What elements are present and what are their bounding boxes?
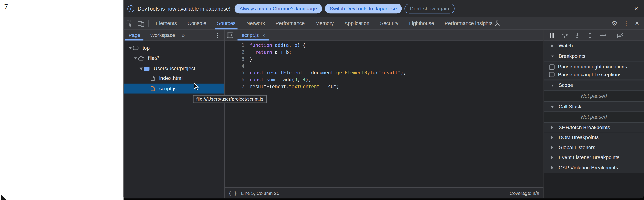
infobar: i DevTools is now available in Japanese!…	[124, 0, 644, 17]
step-icon[interactable]	[599, 33, 606, 37]
inspect-icon[interactable]	[124, 17, 135, 30]
navigator-tab-page[interactable]: Page	[124, 30, 145, 40]
folder-icon	[143, 66, 150, 71]
cursor-icon	[0, 193, 9, 200]
code-line-1: 1function add(a, b) {	[225, 42, 543, 49]
section-label: Watch	[558, 43, 573, 49]
infobar-close-icon[interactable]: ×	[634, 5, 638, 12]
match-language-button[interactable]: Always match Chrome's language	[234, 3, 322, 13]
tree-item-top[interactable]: top	[124, 43, 224, 53]
sidebar-empty-area	[544, 173, 644, 199]
tab-lighthouse[interactable]: Lighthouse	[404, 17, 440, 30]
pause-icon[interactable]	[548, 33, 555, 38]
tab-elements[interactable]: Elements	[150, 17, 182, 30]
section-xhr-fetch-breakpoints[interactable]: XHR/fetch Breakpoints	[544, 122, 644, 133]
section-call-stack[interactable]: Call Stack	[544, 101, 644, 111]
section-event-listener-breakpoints[interactable]: Event Listener Breakpoints	[544, 153, 644, 163]
tooltip-text: file:///Users/user/project/script.js	[196, 97, 263, 101]
editor-tab-script-js[interactable]: script.js ×	[238, 30, 269, 40]
frame-icon	[132, 46, 139, 50]
devtools-window: i DevTools is now available in Japanese!…	[124, 0, 644, 199]
section-global-listeners[interactable]: Global Listeners	[544, 142, 644, 153]
tab-memory[interactable]: Memory	[310, 17, 339, 30]
checkbox-row: Pause on uncaught exceptions	[544, 63, 644, 71]
section-label: XHR/fetch Breakpoints	[558, 125, 610, 131]
chevron-down-icon[interactable]	[550, 53, 554, 59]
devtools-close-icon[interactable]: ×	[632, 19, 642, 27]
cursor-position-label: Line 5, Column 25	[241, 191, 280, 196]
file-path-tooltip: file:///Users/user/project/script.js	[193, 95, 266, 103]
switch-to-japanese-button[interactable]: Switch DevTools to Japanese	[325, 3, 402, 13]
tab-close-icon[interactable]: ×	[262, 32, 265, 38]
tab-sources[interactable]: Sources	[212, 17, 241, 30]
tab-performance[interactable]: Performance	[270, 17, 310, 30]
step-into-icon[interactable]	[573, 32, 581, 38]
settings-gear-icon[interactable]: ⚙	[609, 19, 620, 27]
navigator-menu-icon[interactable]: ⋮	[211, 32, 224, 38]
section-scope[interactable]: Scope	[544, 80, 644, 90]
tree-item-file-[interactable]: file://	[124, 53, 224, 63]
chevron-down-icon[interactable]	[550, 83, 554, 88]
section-label: DOM Breakpoints	[558, 135, 599, 140]
flask-icon	[492, 20, 500, 26]
tree-item-users-user-project[interactable]: Users/user/project	[124, 63, 224, 73]
chevron-right-icon[interactable]	[550, 126, 554, 129]
expander-icon[interactable]	[128, 45, 132, 51]
navigator-tab-workspace[interactable]: Workspace	[145, 30, 180, 40]
expander-icon[interactable]	[139, 65, 143, 71]
tab-security[interactable]: Security	[375, 17, 404, 30]
code-text: function add(a, b) {	[250, 43, 306, 48]
chevron-right-icon[interactable]	[550, 156, 554, 159]
more-tabs-icon[interactable]: »	[180, 32, 186, 38]
tab-label: Performance	[276, 20, 305, 26]
tab-performance-insights[interactable]: Performance insights	[440, 17, 505, 30]
breakpoints-options: Pause on uncaught exceptionsPause on cau…	[544, 61, 644, 80]
step-out-icon[interactable]	[586, 32, 594, 38]
step-over-icon[interactable]	[561, 32, 568, 38]
line-number: 6	[225, 77, 250, 83]
deactivate-breakpoints-icon[interactable]	[616, 32, 624, 38]
navigator-pane: PageWorkspace » ⋮ topfile://Users/user/p…	[124, 30, 225, 199]
section-watch[interactable]: Watch	[544, 41, 644, 51]
indent-guide	[251, 49, 252, 90]
code-line-5: 5const resultElement = document.getEleme…	[225, 69, 543, 76]
pretty-print-icon[interactable]: { }	[228, 190, 237, 196]
section-dom-breakpoints[interactable]: DOM Breakpoints	[544, 133, 644, 143]
tree-item-label: index.html	[159, 76, 182, 81]
file-tree: topfile://Users/user/projectindex.htmlsc…	[124, 41, 224, 199]
toolbar-right: ⚙ ⋮ ×	[605, 17, 644, 30]
tab-console[interactable]: Console	[182, 17, 212, 30]
checkbox-row: Pause on caught exceptions	[544, 71, 644, 78]
code-editor[interactable]: 1function add(a, b) {2 return a + b;3}45…	[225, 41, 543, 188]
code-line-7: 7resultElement.textContent = sum;	[225, 83, 543, 90]
chevron-right-icon[interactable]	[550, 44, 554, 48]
more-options-icon[interactable]: ⋮	[620, 19, 632, 27]
navigator-tabs: PageWorkspace	[124, 30, 180, 40]
checkbox[interactable]	[549, 64, 554, 69]
editor-tab-label: script.js	[242, 32, 259, 38]
chevron-right-icon[interactable]	[550, 166, 554, 169]
not-paused-message: Not paused	[544, 90, 644, 101]
dont-show-again-button[interactable]: Don't show again	[404, 3, 454, 13]
expander-icon[interactable]	[133, 55, 138, 61]
section-label: Scope	[558, 83, 573, 88]
chevron-down-icon[interactable]	[550, 103, 554, 109]
checkbox[interactable]	[549, 72, 554, 77]
chevron-right-icon[interactable]	[550, 136, 554, 139]
sources-panel: PageWorkspace » ⋮ topfile://Users/user/p…	[124, 30, 644, 199]
section-csp-violation-breakpoints[interactable]: CSP Violation Breakpoints	[544, 163, 644, 173]
tab-label: Sources	[217, 20, 236, 26]
section-breakpoints[interactable]: Breakpoints	[544, 51, 644, 61]
section-label: Global Listeners	[558, 145, 595, 151]
chevron-right-icon[interactable]	[550, 146, 554, 149]
tree-item-script-js[interactable]: script.js	[124, 83, 224, 94]
infobar-message: DevTools is now available in Japanese!	[138, 6, 230, 12]
tab-application[interactable]: Application	[339, 17, 375, 30]
tab-label: Lighthouse	[409, 20, 434, 26]
tree-item-index-html[interactable]: index.html	[124, 73, 224, 83]
toolbar-divider	[148, 20, 149, 26]
device-toolbar-icon[interactable]	[135, 17, 147, 30]
tab-network[interactable]: Network	[241, 17, 270, 30]
section-label: Event Listener Breakpoints	[558, 155, 620, 160]
toggle-navigator-icon[interactable]	[225, 32, 235, 38]
